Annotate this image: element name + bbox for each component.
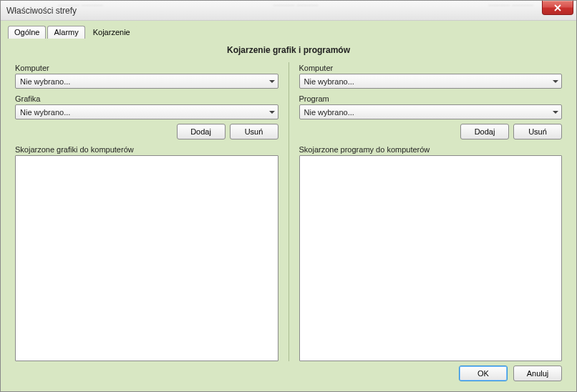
titlebar-background: ——— —————— —————— ——— [58, 1, 533, 20]
chevron-down-icon [553, 111, 558, 114]
window-title: Właściwości strefy [1, 6, 77, 16]
right-column: Komputer Nie wybrano... Program Nie wybr… [292, 62, 570, 361]
left-column: Komputer Nie wybrano... Grafika Nie wybr… [8, 62, 286, 361]
left-label-graphic: Grafika [15, 94, 278, 103]
client-area: Ogólne Alarmy Kojarzenie Kojarzenie graf… [1, 21, 576, 391]
right-add-button[interactable]: Dodaj [460, 124, 509, 139]
right-button-row: Dodaj Usuń [299, 124, 563, 139]
dialog-footer: OK Anuluj [8, 361, 569, 384]
chevron-down-icon [553, 80, 558, 83]
chevron-down-icon [269, 111, 275, 114]
vertical-separator [288, 62, 289, 361]
panel-heading: Kojarzenie grafik i programów [8, 45, 569, 55]
left-dropdown-computer[interactable]: Nie wybrano... [15, 74, 278, 89]
close-button[interactable] [542, 1, 573, 15]
titlebar: Właściwości strefy ——— —————— —————— ——— [1, 1, 576, 21]
close-icon [554, 4, 561, 11]
right-dropdown-program-text: Nie wybrano... [304, 108, 354, 117]
columns: Komputer Nie wybrano... Grafika Nie wybr… [8, 62, 569, 361]
right-dropdown-computer-text: Nie wybrano... [304, 77, 354, 86]
right-remove-button[interactable]: Usuń [513, 124, 562, 139]
cancel-button[interactable]: Anuluj [513, 366, 562, 381]
left-listbox[interactable] [15, 155, 278, 361]
tab-strip: Ogólne Alarmy Kojarzenie [8, 25, 572, 38]
tab-ogolne[interactable]: Ogólne [8, 26, 46, 39]
ok-button[interactable]: OK [459, 366, 508, 381]
tab-panel: Kojarzenie grafik i programów Komputer N… [5, 38, 572, 387]
right-listbox[interactable] [299, 155, 563, 361]
tab-alarmy[interactable]: Alarmy [47, 26, 84, 39]
tab-kojarzenie[interactable]: Kojarzenie [87, 25, 137, 38]
right-dropdown-program[interactable]: Nie wybrano... [299, 104, 563, 119]
left-add-button[interactable]: Dodaj [177, 124, 226, 139]
right-label-list: Skojarzone programy do komputerów [299, 145, 563, 154]
window: Właściwości strefy ——— —————— —————— ———… [0, 0, 577, 392]
right-label-computer: Komputer [299, 64, 563, 72]
chevron-down-icon [269, 80, 275, 83]
left-button-row: Dodaj Usuń [15, 124, 278, 139]
left-dropdown-graphic-text: Nie wybrano... [20, 108, 70, 117]
left-label-computer: Komputer [15, 64, 278, 72]
left-remove-button[interactable]: Usuń [230, 124, 278, 139]
left-dropdown-computer-text: Nie wybrano... [20, 77, 70, 86]
left-dropdown-graphic[interactable]: Nie wybrano... [15, 104, 278, 119]
left-label-list: Skojarzone grafiki do komputerów [15, 145, 278, 154]
right-dropdown-computer[interactable]: Nie wybrano... [299, 74, 563, 89]
right-label-program: Program [299, 94, 563, 103]
